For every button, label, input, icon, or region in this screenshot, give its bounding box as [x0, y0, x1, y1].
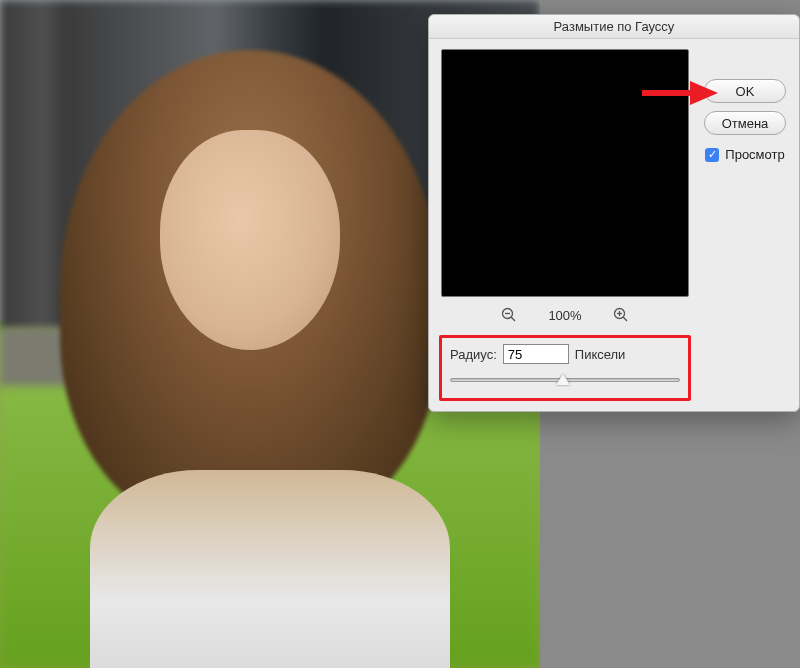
filter-preview[interactable] — [441, 49, 689, 297]
zoom-controls: 100% — [441, 297, 689, 333]
ok-button[interactable]: OK — [704, 79, 786, 103]
preview-checkbox-row[interactable]: ✓ Просмотр — [705, 147, 784, 162]
dialog-left-panel: 100% Радиус: Пиксели — [441, 49, 689, 401]
dialog-body: 100% Радиус: Пиксели OK — [429, 39, 799, 411]
dialog-title: Размытие по Гауссу — [554, 19, 675, 34]
preview-checkbox[interactable]: ✓ — [705, 148, 719, 162]
svg-line-1 — [512, 317, 516, 321]
radius-highlight-annotation: Радиус: Пиксели — [439, 335, 691, 401]
zoom-out-icon[interactable] — [500, 306, 518, 324]
slider-thumb[interactable] — [556, 374, 570, 385]
ok-button-label: OK — [736, 84, 755, 99]
radius-row: Радиус: Пиксели — [450, 344, 680, 364]
units-label: Пиксели — [575, 347, 626, 362]
dialog-titlebar[interactable]: Размытие по Гауссу — [429, 15, 799, 39]
zoom-level: 100% — [548, 308, 581, 323]
gaussian-blur-dialog: Размытие по Гауссу 100% Радиус: Пиксели — [428, 14, 800, 412]
radius-input[interactable] — [503, 344, 569, 364]
radius-label: Радиус: — [450, 347, 497, 362]
subject-body — [90, 470, 450, 668]
cancel-button[interactable]: Отмена — [704, 111, 786, 135]
zoom-in-icon[interactable] — [612, 306, 630, 324]
radius-slider[interactable] — [450, 372, 680, 388]
svg-line-4 — [623, 317, 627, 321]
preview-label: Просмотр — [725, 147, 784, 162]
subject-face — [160, 130, 340, 350]
dialog-right-panel: OK Отмена ✓ Просмотр — [699, 49, 791, 401]
cancel-button-label: Отмена — [722, 116, 769, 131]
